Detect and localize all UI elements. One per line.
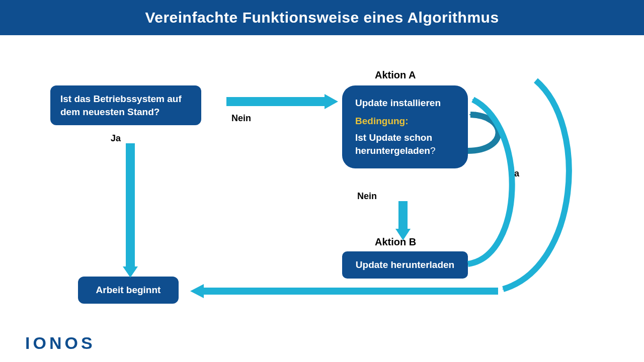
node-question: Ist das Betriebssystem auf dem neuesten … bbox=[50, 85, 201, 125]
edge-ja-1: Ja bbox=[111, 133, 121, 144]
svg-rect-1 bbox=[226, 97, 327, 106]
edge-ja-2: Ja bbox=[509, 168, 519, 179]
edge-nein-1: Nein bbox=[231, 113, 251, 124]
edge-nein-2: Nein bbox=[357, 191, 377, 202]
arrows-svg bbox=[0, 35, 644, 362]
svg-rect-0 bbox=[126, 143, 135, 269]
svg-rect-3 bbox=[201, 288, 498, 295]
node-aktion-a: Update installieren Bedingung: Ist Updat… bbox=[342, 85, 468, 168]
node-start: Arbeit beginnt bbox=[78, 277, 179, 304]
label-aktion-b: Aktion B bbox=[375, 236, 416, 248]
aktion-a-cond-text: Ist Update schon heruntergeladen? bbox=[355, 132, 435, 156]
diagram-canvas: Ist das Betriebssystem auf dem neuesten … bbox=[0, 35, 644, 362]
label-aktion-a: Aktion A bbox=[375, 69, 416, 81]
aktion-a-line1: Update installieren bbox=[355, 98, 441, 108]
node-aktion-b: Update herunterladen bbox=[342, 251, 468, 279]
aktion-a-cond-label: Bedingung: bbox=[355, 115, 455, 128]
page-title: Vereinfachte Funktionsweise eines Algori… bbox=[0, 0, 644, 35]
svg-rect-2 bbox=[398, 201, 408, 231]
brand-logo: IONOS bbox=[25, 333, 96, 353]
